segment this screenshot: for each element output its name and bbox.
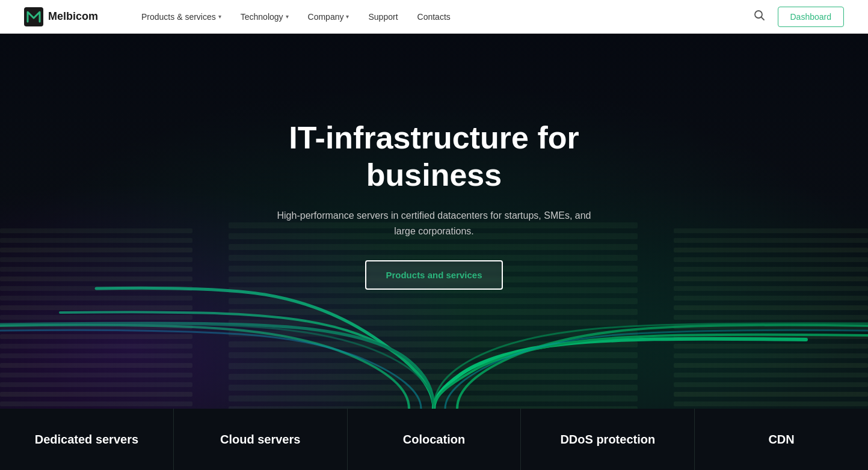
nav-support[interactable]: Support	[361, 7, 405, 26]
bottom-bar-item-ddos[interactable]: DDoS protection	[521, 409, 695, 470]
chevron-down-icon: ▾	[218, 13, 221, 20]
bottom-bar-item-dedicated[interactable]: Dedicated servers	[0, 409, 174, 470]
chevron-down-icon: ▾	[286, 13, 289, 20]
navbar: Melbicom Products & services ▾ Technolog…	[0, 0, 868, 34]
nav-company[interactable]: Company ▾	[301, 7, 357, 26]
hero-cta-button[interactable]: Products and services	[365, 260, 502, 290]
nav-products[interactable]: Products & services ▾	[134, 7, 229, 26]
svg-point-1	[755, 11, 762, 18]
chevron-down-icon: ▾	[346, 13, 349, 20]
hero-subtitle: High-performance servers in certified da…	[266, 208, 603, 239]
dashboard-button[interactable]: Dashboard	[778, 7, 845, 27]
search-icon	[754, 10, 765, 20]
hero-title: IT-infrastructure for business	[266, 119, 603, 194]
bottom-bar-item-cloud[interactable]: Cloud servers	[174, 409, 348, 470]
logo-icon	[24, 7, 43, 26]
search-button[interactable]	[750, 6, 768, 27]
nav-contacts[interactable]: Contacts	[410, 7, 458, 26]
navbar-actions: Dashboard	[750, 6, 845, 27]
hero-content: IT-infrastructure for business High-perf…	[254, 119, 615, 290]
hero-section: IT-infrastructure for business High-perf…	[0, 0, 868, 409]
svg-line-2	[762, 17, 764, 20]
nav-technology[interactable]: Technology ▾	[233, 7, 296, 26]
bottom-bar-item-colocation[interactable]: Colocation	[348, 409, 522, 470]
main-nav: Products & services ▾ Technology ▾ Compa…	[134, 7, 749, 26]
brand-name: Melbicom	[48, 10, 98, 23]
bottom-bar-item-cdn[interactable]: CDN	[695, 409, 868, 470]
logo-link[interactable]: Melbicom	[24, 7, 98, 26]
bottom-bar: Dedicated servers Cloud servers Colocati…	[0, 409, 868, 470]
